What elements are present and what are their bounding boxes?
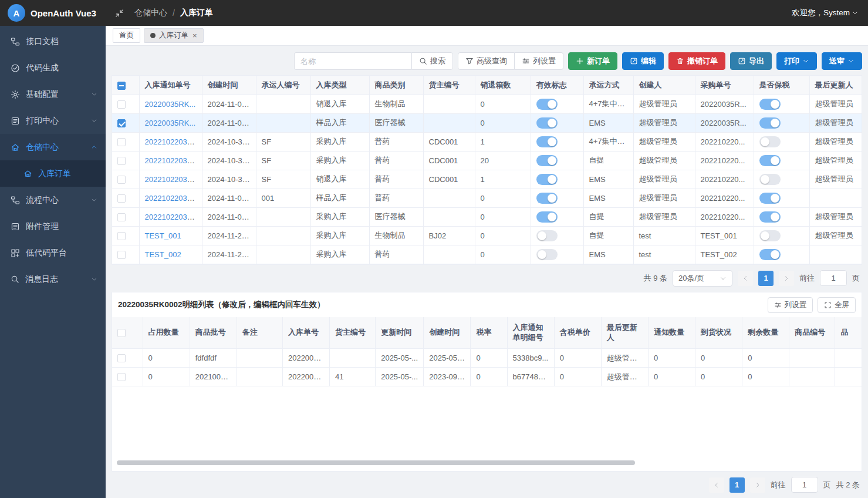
sidebar-item-base-config[interactable]: 基础配置	[0, 81, 106, 107]
detail-next-page-button[interactable]	[750, 477, 765, 493]
tab-inbound[interactable]: 入库订单×	[144, 28, 204, 43]
toggle-switch[interactable]	[536, 230, 558, 241]
detail-select-all-checkbox[interactable]	[117, 329, 126, 337]
detail-row-checkbox[interactable]	[117, 373, 126, 381]
row-checkbox[interactable]	[117, 232, 126, 240]
order-link[interactable]: TEST_002	[145, 250, 181, 259]
column-header: 是否保税	[754, 76, 809, 95]
new-order-button[interactable]: 新订单	[568, 52, 617, 70]
sidebar-item-message-log[interactable]: 消息日志	[0, 266, 106, 292]
table-cell: 202210220...	[695, 207, 754, 226]
table-row[interactable]: 20220035RK...2024-11-06 ...销退入库生物制品04+7集…	[112, 95, 862, 113]
search-button[interactable]: 搜索	[411, 52, 453, 70]
table-cell: 202210220...	[695, 132, 754, 151]
detail-table-row[interactable]: 02021000...2022003...412025-05-...2023-0…	[112, 368, 862, 386]
table-row[interactable]: TEST_0012024-11-23 ...采购入库生物制品BJ020自提tes…	[112, 226, 862, 245]
toggle-switch[interactable]	[759, 174, 781, 185]
next-page-button[interactable]	[779, 271, 794, 286]
row-checkbox[interactable]	[117, 176, 126, 184]
main-area: 首页入库订单× 搜索 高级查询	[106, 26, 868, 498]
content-area: 搜索 高级查询 列设置 新订单	[106, 46, 868, 498]
toggle-switch[interactable]	[536, 193, 558, 204]
order-link[interactable]: 2022102203R...	[145, 156, 200, 165]
sidebar-item-inbound-order[interactable]: 入库订单	[0, 160, 106, 187]
export-button[interactable]: 导出	[730, 52, 772, 70]
user-menu[interactable]: 欢迎您，System	[792, 8, 868, 18]
row-checkbox[interactable]	[117, 251, 126, 259]
order-link[interactable]: TEST_001	[145, 231, 181, 240]
order-link[interactable]: 2022102203R...	[145, 194, 200, 203]
print-button[interactable]: 打印	[776, 52, 817, 70]
horizontal-scrollbar-thumb[interactable]	[117, 460, 635, 465]
order-link[interactable]: 2022102203R...	[145, 137, 200, 146]
toggle-switch[interactable]	[759, 117, 781, 129]
table-row[interactable]: 2022102203R...2024-10-31...SF采购入库普药CDC00…	[112, 132, 862, 151]
row-checkbox[interactable]	[117, 138, 126, 146]
current-page-button[interactable]: 1	[758, 271, 774, 286]
row-checkbox[interactable]	[117, 194, 126, 203]
detail-goto-page-input[interactable]	[791, 477, 818, 493]
close-tab-icon[interactable]: ×	[192, 31, 197, 40]
detail-table-cell: 0	[471, 368, 507, 386]
search-input[interactable]	[294, 52, 411, 70]
toggle-switch[interactable]	[536, 99, 558, 110]
table-row[interactable]: TEST_0022024-11-23 ...采购入库普药0EMStestTEST…	[112, 245, 862, 264]
toggle-switch[interactable]	[759, 155, 781, 166]
table-cell: 超级管理员	[633, 95, 695, 113]
submit-approval-button[interactable]: 送审	[822, 52, 862, 70]
edit-button[interactable]: 编辑	[622, 52, 664, 70]
table-cell: BJ02	[423, 226, 475, 245]
toggle-switch[interactable]	[536, 174, 558, 185]
column-settings-button[interactable]: 列设置	[515, 52, 563, 70]
toggle-switch[interactable]	[759, 211, 781, 223]
detail-column-settings-button[interactable]: 列设置	[768, 297, 813, 313]
sidebar-item-attachment[interactable]: 附件管理	[0, 213, 106, 240]
sidebar-item-flow-center[interactable]: 流程中心	[0, 187, 106, 213]
advanced-query-button[interactable]: 高级查询	[458, 52, 515, 70]
sidebar-item-warehouse-center[interactable]: 仓储中心	[0, 134, 106, 160]
row-checkbox[interactable]	[117, 213, 126, 221]
toggle-switch[interactable]	[759, 136, 781, 147]
column-header: 创建时间	[202, 76, 256, 95]
table-cell: 医疗器械	[369, 113, 423, 132]
chevron-left-icon	[742, 275, 749, 282]
table-row[interactable]: 2022102203R...2024-11-07 ...采购入库医疗器械0自提超…	[112, 207, 862, 226]
sidebar-item-label: 接口文档	[26, 36, 59, 47]
page-size-select[interactable]: 20条/页	[673, 270, 732, 287]
row-checkbox[interactable]	[117, 100, 126, 109]
goto-page-input[interactable]	[820, 270, 847, 286]
sidebar-item-api-docs[interactable]: 接口文档	[0, 28, 106, 55]
fullscreen-button[interactable]: 全屏	[818, 297, 856, 313]
order-link[interactable]: 2022102203R...	[145, 213, 200, 221]
table-row[interactable]: 20220035RK...2024-11-06 ...样品入库医疗器械0EMS超…	[112, 113, 862, 132]
sidebar-item-lowcode[interactable]: 低代码平台	[0, 240, 106, 266]
prev-page-button[interactable]	[738, 271, 753, 286]
tab-home[interactable]: 首页	[113, 28, 140, 43]
toggle-switch[interactable]	[759, 99, 781, 110]
order-link[interactable]: 2022102203R...	[145, 175, 200, 184]
row-checkbox[interactable]	[117, 157, 126, 165]
toggle-switch[interactable]	[536, 136, 558, 147]
table-row[interactable]: 2022102203R...2024-11-07 ...001样品入库普药0EM…	[112, 189, 862, 207]
detail-row-checkbox[interactable]	[117, 354, 126, 362]
toggle-switch[interactable]	[536, 249, 558, 260]
detail-prev-page-button[interactable]	[709, 477, 724, 493]
order-link[interactable]: 20220035RK...	[145, 119, 196, 127]
sidebar-item-codegen[interactable]: 代码生成	[0, 55, 106, 81]
detail-current-page-button[interactable]: 1	[729, 477, 745, 493]
select-all-checkbox[interactable]	[117, 82, 126, 90]
table-row[interactable]: 2022102203R...2024-10-31...SF销退入库普药CDC00…	[112, 170, 862, 189]
toggle-switch[interactable]	[536, 155, 558, 166]
table-row[interactable]: 2022102203R...2024-10-31...SF采购入库普药CDC00…	[112, 151, 862, 170]
toggle-switch[interactable]	[759, 193, 781, 204]
collapse-sidebar-icon[interactable]	[115, 9, 124, 18]
toggle-switch[interactable]	[536, 117, 558, 129]
toggle-switch[interactable]	[759, 249, 781, 260]
detail-table-row[interactable]: 0fdfdfdf2022003...2025-05-...2025-05-...…	[112, 349, 862, 368]
order-link[interactable]: 20220035RK...	[145, 100, 196, 109]
sidebar-item-print-center[interactable]: 打印中心	[0, 107, 106, 134]
toggle-switch[interactable]	[759, 230, 781, 241]
cancel-order-button[interactable]: 撤销订单	[668, 52, 725, 70]
toggle-switch[interactable]	[536, 211, 558, 223]
row-checkbox[interactable]	[117, 119, 126, 127]
